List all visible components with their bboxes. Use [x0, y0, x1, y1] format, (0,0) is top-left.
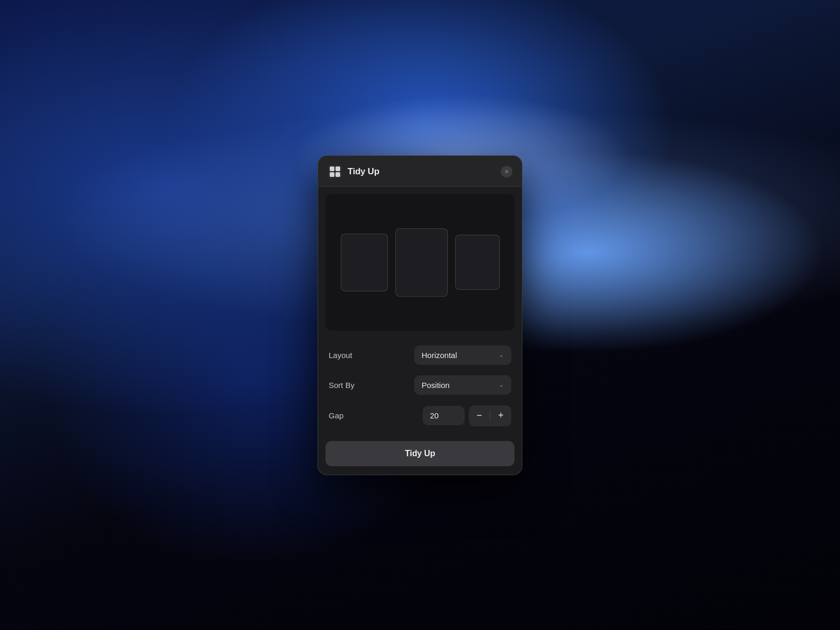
gap-buttons: − +: [469, 405, 511, 426]
close-button[interactable]: ×: [501, 166, 512, 177]
layout-value: Horizontal: [422, 351, 457, 360]
app-icon-dot-3: [330, 172, 334, 177]
sort-by-dropdown[interactable]: Position ⌄: [414, 375, 511, 395]
gap-row: Gap 20 − +: [329, 400, 511, 432]
layout-dropdown[interactable]: Horizontal ⌄: [414, 345, 511, 365]
sort-by-label: Sort By: [329, 381, 354, 390]
sort-by-value: Position: [422, 381, 449, 390]
layout-row: Layout Horizontal ⌄: [329, 340, 511, 370]
app-icon-dot-4: [335, 172, 340, 177]
app-icon-dot-2: [335, 166, 340, 171]
layout-chevron-icon: ⌄: [499, 351, 504, 359]
tidy-up-button[interactable]: Tidy Up: [326, 441, 514, 466]
layout-label: Layout: [329, 351, 352, 360]
app-icon: [328, 164, 342, 179]
preview-card-3: [455, 235, 500, 290]
dialog-title: Tidy Up: [348, 166, 496, 177]
app-icon-dot-1: [330, 166, 334, 171]
gap-increment-button[interactable]: +: [490, 405, 511, 426]
preview-area: [326, 194, 514, 331]
gap-decrement-button[interactable]: −: [469, 405, 490, 426]
gap-label: Gap: [329, 411, 343, 420]
gap-value-display[interactable]: 20: [423, 406, 465, 425]
gap-control: 20 − +: [423, 405, 511, 426]
sort-by-chevron-icon: ⌄: [499, 381, 504, 388]
preview-card-1: [341, 234, 388, 291]
sort-by-row: Sort By Position ⌄: [329, 370, 511, 400]
title-bar: Tidy Up ×: [318, 156, 522, 187]
preview-card-2: [395, 228, 448, 297]
controls-area: Layout Horizontal ⌄ Sort By Position ⌄ G…: [318, 335, 522, 439]
tidy-up-dialog: Tidy Up × Layout Horizontal ⌄ Sort By Po…: [318, 155, 522, 475]
